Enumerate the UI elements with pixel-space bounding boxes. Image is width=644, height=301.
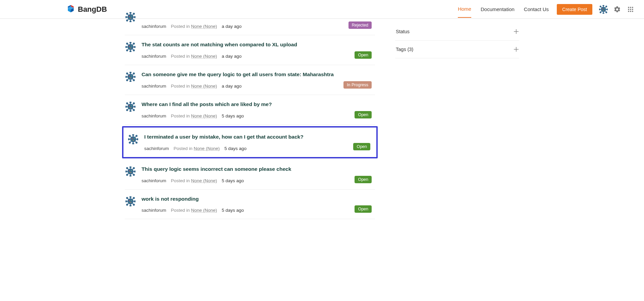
plus-icon <box>514 47 519 52</box>
post-title[interactable]: The stat counts are not matching when co… <box>142 41 372 48</box>
post-author-avatar[interactable] <box>125 166 136 177</box>
nav-contact[interactable]: Contact Us <box>524 1 549 17</box>
post-time: 5 days ago <box>222 178 244 183</box>
post-category[interactable]: None (None) <box>191 24 217 29</box>
post-meta: sachinforumPosted in None (None)a day ag… <box>142 84 372 89</box>
filter-tags[interactable]: Tags (3) <box>395 41 519 58</box>
posted-in-label: Posted in None (None) <box>171 113 217 118</box>
post-item[interactable]: This query logic seems incorrect can som… <box>125 160 375 190</box>
post-time: a day ago <box>222 24 241 29</box>
posted-in-label: Posted in None (None) <box>171 24 217 29</box>
post-body: The stat counts are not matching when co… <box>142 41 372 59</box>
svg-rect-29 <box>628 9 629 10</box>
post-category[interactable]: None (None) <box>191 208 217 213</box>
svg-rect-26 <box>628 7 629 8</box>
post-author-avatar[interactable] <box>125 12 136 22</box>
post-title[interactable]: Can someone give me the query logic to g… <box>142 71 372 78</box>
post-item[interactable]: The stat counts are not matching when co… <box>125 35 375 65</box>
post-author[interactable]: sachinforum <box>142 208 166 213</box>
post-title[interactable]: This query logic seems incorrect can som… <box>142 166 372 173</box>
post-category[interactable]: None (None) <box>191 113 217 118</box>
user-avatar[interactable] <box>599 5 608 14</box>
brand-name: BangDB <box>78 5 107 14</box>
svg-rect-28 <box>632 7 633 8</box>
plus-icon <box>514 29 519 34</box>
post-item[interactable]: Where can I find all the posts which are… <box>125 95 375 125</box>
post-category[interactable]: None (None) <box>194 146 220 151</box>
filter-status-label: Status <box>396 29 410 34</box>
filter-status[interactable]: Status <box>395 23 519 41</box>
post-author[interactable]: sachinforum <box>142 113 166 118</box>
posted-in-label: Posted in None (None) <box>174 146 220 151</box>
filter-tags-label: Tags (3) <box>396 47 413 52</box>
post-body: I terminated a user by mistake, how can … <box>144 134 372 151</box>
post-category[interactable]: None (None) <box>191 84 217 89</box>
post-item[interactable]: Build fails when I try to use "with" fla… <box>125 5 375 35</box>
svg-rect-30 <box>630 9 631 10</box>
logo-icon <box>66 5 76 14</box>
status-badge: In Progress <box>343 81 372 89</box>
settings-icon[interactable] <box>613 5 621 13</box>
nav-home[interactable]: Home <box>458 1 471 18</box>
post-author[interactable]: sachinforum <box>142 84 166 89</box>
post-author-avatar[interactable] <box>125 72 136 82</box>
post-body: Can someone give me the query logic to g… <box>142 71 372 89</box>
post-author-avatar[interactable] <box>125 42 136 52</box>
post-title[interactable]: work is not responding <box>142 196 372 203</box>
post-body: Where can I find all the posts which are… <box>142 101 372 118</box>
post-meta: sachinforumPosted in None (None)5 days a… <box>142 113 372 118</box>
post-item[interactable]: I terminated a user by mistake, how can … <box>122 126 378 158</box>
post-author-avatar[interactable] <box>125 102 136 112</box>
svg-rect-34 <box>632 11 633 12</box>
post-author[interactable]: sachinforum <box>142 54 166 59</box>
post-meta: sachinforumPosted in None (None)5 days a… <box>142 208 372 213</box>
posted-in-label: Posted in None (None) <box>171 84 217 89</box>
brand-logo[interactable]: BangDB <box>66 5 107 14</box>
status-badge: Open <box>353 143 370 150</box>
svg-rect-31 <box>632 9 633 10</box>
post-time: a day ago <box>222 84 241 89</box>
post-time: 5 days ago <box>222 113 244 118</box>
post-time: a day ago <box>222 54 241 59</box>
main-nav: Home Documentation Contact Us <box>458 1 549 18</box>
post-title[interactable]: I terminated a user by mistake, how can … <box>144 134 372 141</box>
post-feed: Build fails when I try to use "with" fla… <box>125 19 375 219</box>
post-time: 5 days ago <box>224 146 247 151</box>
post-category[interactable]: None (None) <box>191 178 217 183</box>
nav-documentation[interactable]: Documentation <box>481 1 515 17</box>
post-body: work is not respondingsachinforumPosted … <box>142 196 372 213</box>
status-badge: Rejected <box>348 21 372 29</box>
post-category[interactable]: None (None) <box>191 54 217 59</box>
filter-sidebar: Status Tags (3) <box>395 19 519 219</box>
status-badge: Open <box>355 111 372 118</box>
post-item[interactable]: Can someone give me the query logic to g… <box>125 65 375 95</box>
svg-rect-27 <box>630 7 631 8</box>
svg-rect-32 <box>628 11 629 12</box>
posted-in-label: Posted in None (None) <box>171 178 217 183</box>
post-author[interactable]: sachinforum <box>144 146 169 151</box>
post-meta: sachinforumPosted in None (None)5 days a… <box>144 146 372 151</box>
post-item[interactable]: work is not respondingsachinforumPosted … <box>125 190 375 219</box>
post-meta: sachinforumPosted in None (None)5 days a… <box>142 178 372 183</box>
posted-in-label: Posted in None (None) <box>171 208 217 213</box>
post-title[interactable]: Where can I find all the posts which are… <box>142 101 372 108</box>
post-time: 5 days ago <box>222 208 244 213</box>
status-badge: Open <box>355 51 372 59</box>
post-body: This query logic seems incorrect can som… <box>142 166 372 183</box>
post-author[interactable]: sachinforum <box>142 24 166 29</box>
post-body: Build fails when I try to use "with" fla… <box>142 11 372 29</box>
post-author-avatar[interactable] <box>125 196 136 206</box>
status-badge: Open <box>355 205 372 213</box>
status-badge: Open <box>355 176 372 183</box>
post-author[interactable]: sachinforum <box>142 178 166 183</box>
post-author-avatar[interactable] <box>128 134 138 144</box>
post-meta: sachinforumPosted in None (None)a day ag… <box>142 24 372 29</box>
post-meta: sachinforumPosted in None (None)a day ag… <box>142 54 372 59</box>
posted-in-label: Posted in None (None) <box>171 54 217 59</box>
create-post-button[interactable]: Create Post <box>557 4 592 15</box>
svg-rect-33 <box>630 11 631 12</box>
apps-grid-icon[interactable] <box>627 5 635 13</box>
